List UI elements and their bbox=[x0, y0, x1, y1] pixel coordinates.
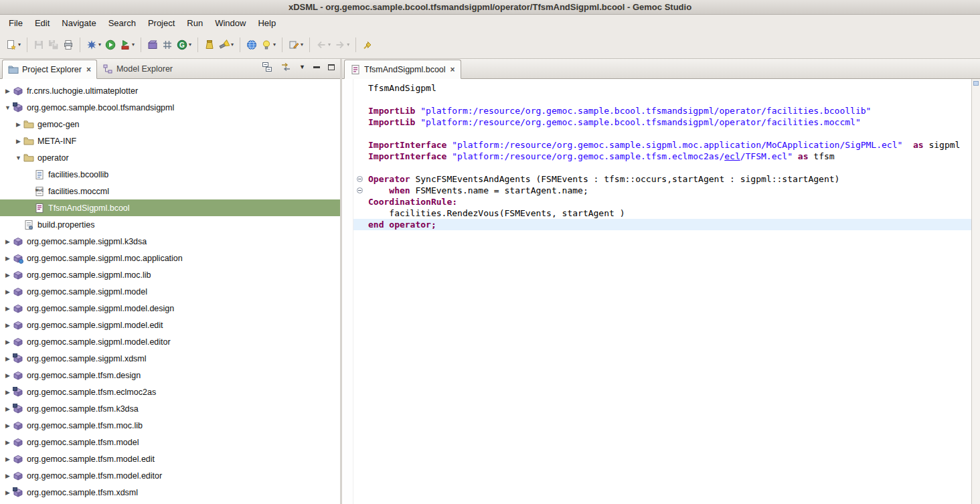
web-browser-button[interactable] bbox=[244, 37, 259, 53]
fold-collapse-icon[interactable] bbox=[353, 185, 365, 196]
tree-item-org.gemoc.sample.tfsm.model.editor[interactable]: ▶org.gemoc.sample.tfsm.model.editor bbox=[0, 467, 340, 484]
annotation-button[interactable]: ▾ bbox=[287, 37, 305, 53]
code-line[interactable]: ImportLib "platform:/resource/org.gemoc.… bbox=[353, 105, 971, 116]
dropdown-arrow-icon[interactable]: ▾ bbox=[132, 41, 135, 48]
run-button[interactable] bbox=[103, 37, 118, 53]
tree-item-org.gemoc.sample.tfsm.design[interactable]: ▶org.gemoc.sample.tfsm.design bbox=[0, 367, 340, 384]
debug-button[interactable]: ▾ bbox=[84, 37, 103, 53]
tree-item-facilities.moccml[interactable]: MoCfacilities.moccml bbox=[0, 183, 340, 199]
overview-ruler[interactable] bbox=[971, 79, 980, 504]
open-type-button[interactable] bbox=[202, 37, 217, 53]
fold-collapse-icon[interactable] bbox=[353, 173, 365, 185]
tree-item-facilities.bcoollib[interactable]: facilities.bcoollib bbox=[0, 166, 340, 183]
menu-file[interactable]: File bbox=[3, 16, 29, 30]
expand-arrow-icon[interactable]: ▶ bbox=[3, 288, 13, 295]
code-line[interactable] bbox=[353, 162, 971, 173]
menu-window[interactable]: Window bbox=[209, 16, 252, 30]
search-button[interactable]: ▾ bbox=[217, 37, 236, 53]
code-line[interactable] bbox=[353, 94, 971, 105]
collapse-arrow-icon[interactable]: ▼ bbox=[13, 155, 23, 161]
expand-arrow-icon[interactable]: ▶ bbox=[13, 138, 23, 145]
expand-arrow-icon[interactable]: ▶ bbox=[3, 489, 13, 496]
expand-arrow-icon[interactable]: ▶ bbox=[3, 473, 13, 479]
new-wizard-button[interactable]: ▾ bbox=[4, 37, 23, 53]
expand-arrow-icon[interactable]: ▶ bbox=[3, 389, 13, 396]
menu-help[interactable]: Help bbox=[252, 16, 282, 30]
dropdown-arrow-icon[interactable]: ▾ bbox=[18, 41, 21, 48]
external-tools-button[interactable]: ▾ bbox=[118, 37, 137, 53]
tree-item-gemoc-gen[interactable]: ▶gemoc-gen bbox=[0, 116, 340, 133]
annotation-ruler[interactable] bbox=[342, 79, 353, 504]
tree-item-org.gemoc.sample.bcool.tfsmandsigpml[interactable]: ▼org.gemoc.sample.bcool.tfsmandsigpml bbox=[0, 99, 340, 116]
dropdown-arrow-icon[interactable]: ▾ bbox=[189, 41, 191, 48]
expand-arrow-icon[interactable]: ▶ bbox=[3, 255, 13, 262]
menu-edit[interactable]: Edit bbox=[29, 16, 56, 30]
new-package-button[interactable] bbox=[160, 37, 175, 53]
code-line[interactable] bbox=[353, 128, 971, 139]
tree-item-org.gemoc.sample.tfsm.model.edit[interactable]: ▶org.gemoc.sample.tfsm.model.edit bbox=[0, 450, 340, 467]
menu-run[interactable]: Run bbox=[181, 16, 209, 30]
print-button[interactable] bbox=[61, 37, 76, 53]
tree-item-org.gemoc.sample.sigpml.k3dsa[interactable]: ▶org.gemoc.sample.sigpml.k3dsa bbox=[0, 233, 340, 250]
code-line[interactable]: end operator; bbox=[353, 219, 971, 230]
expand-arrow-icon[interactable]: ▶ bbox=[3, 88, 13, 94]
tree-item-org.gemoc.sample.sigpml.model.edit[interactable]: ▶org.gemoc.sample.sigpml.model.edit bbox=[0, 317, 340, 333]
dropdown-arrow-icon[interactable]: ▾ bbox=[301, 41, 303, 48]
expand-arrow-icon[interactable]: ▶ bbox=[13, 121, 23, 128]
collapse-all-button[interactable] bbox=[262, 62, 272, 72]
view-menu-button[interactable]: ▼ bbox=[299, 64, 305, 70]
expand-arrow-icon[interactable]: ▶ bbox=[3, 238, 13, 245]
tree-item-TfsmAndSigpml.bcool[interactable]: TfsmAndSigpml.bcool bbox=[0, 199, 340, 216]
tree-item-org.gemoc.sample.tfsm.xdsml[interactable]: ▶org.gemoc.sample.tfsm.xdsml bbox=[0, 484, 340, 501]
dropdown-arrow-icon[interactable]: ▾ bbox=[231, 41, 234, 48]
tree-item-org.gemoc.sample.tfsm.eclmoc2as[interactable]: ▶org.gemoc.sample.tfsm.eclmoc2as bbox=[0, 384, 340, 400]
tree-item-build.properties[interactable]: build.properties bbox=[0, 216, 340, 233]
code-line[interactable]: CoordinationRule: bbox=[353, 196, 971, 207]
menu-navigate[interactable]: Navigate bbox=[56, 16, 102, 30]
expand-arrow-icon[interactable]: ▶ bbox=[3, 272, 13, 278]
expand-arrow-icon[interactable]: ▶ bbox=[3, 456, 13, 463]
tree-item-org.gemoc.sample.sigpml.xdsml[interactable]: ▶org.gemoc.sample.sigpml.xdsml bbox=[0, 350, 340, 367]
last-edit-button[interactable] bbox=[360, 37, 375, 53]
dropdown-arrow-icon[interactable]: ▾ bbox=[98, 41, 101, 48]
tree-item-META-INF[interactable]: ▶META-INF bbox=[0, 133, 340, 149]
expand-arrow-icon[interactable]: ▶ bbox=[3, 439, 13, 446]
expand-arrow-icon[interactable]: ▶ bbox=[3, 322, 13, 329]
tab-editor-tfsmandsigpml[interactable]: TfsmAndSigpml.bcool × bbox=[344, 60, 461, 79]
tree-item-fr.cnrs.luchogie.ultimateplotter[interactable]: ▶fr.cnrs.luchogie.ultimateplotter bbox=[0, 82, 340, 99]
code-line[interactable]: facilities.RendezVous(FSMEvents, startAg… bbox=[353, 207, 971, 219]
dropdown-arrow-icon[interactable]: ▾ bbox=[273, 41, 276, 48]
tab-model-explorer[interactable]: Model Explorer bbox=[97, 59, 178, 78]
menu-project[interactable]: Project bbox=[142, 16, 181, 30]
new-project-button[interactable] bbox=[145, 37, 160, 53]
minimize-button[interactable] bbox=[313, 66, 320, 68]
close-icon[interactable]: × bbox=[86, 65, 91, 74]
expand-arrow-icon[interactable]: ▶ bbox=[3, 406, 13, 412]
gemoc-button[interactable]: G▾ bbox=[175, 37, 193, 53]
open-element-button[interactable]: ▾ bbox=[259, 37, 278, 53]
tab-project-explorer[interactable]: Project Explorer × bbox=[2, 60, 97, 79]
menu-search[interactable]: Search bbox=[102, 16, 142, 30]
close-icon[interactable]: × bbox=[451, 65, 455, 74]
code-editor[interactable]: TfsmAndSigpml ImportLib "platform:/resou… bbox=[353, 79, 971, 504]
code-line[interactable]: ImportLib "platform:/resource/org.gemoc.… bbox=[353, 116, 971, 128]
expand-arrow-icon[interactable]: ▶ bbox=[3, 305, 13, 312]
expand-arrow-icon[interactable]: ▶ bbox=[3, 422, 13, 429]
tree-item-org.gemoc.sample.tfsm.moc.lib[interactable]: ▶org.gemoc.sample.tfsm.moc.lib bbox=[0, 417, 340, 434]
tree-item-org.gemoc.sample.sigpml.moc.application[interactable]: ▶org.gemoc.sample.sigpml.moc.application bbox=[0, 250, 340, 266]
tree-item-org.gemoc.sample.tfsm.k3dsa[interactable]: ▶org.gemoc.sample.tfsm.k3dsa bbox=[0, 400, 340, 417]
code-line[interactable]: ImportInterface "platform:/resource/org.… bbox=[353, 151, 971, 162]
maximize-button[interactable] bbox=[328, 64, 335, 70]
tree-item-org.gemoc.sample.sigpml.model.design[interactable]: ▶org.gemoc.sample.sigpml.model.design bbox=[0, 300, 340, 317]
tree-item-org.gemoc.sample.sigpml.model.editor[interactable]: ▶org.gemoc.sample.sigpml.model.editor bbox=[0, 333, 340, 350]
tree-item-org.gemoc.sample.sigpml.moc.lib[interactable]: ▶org.gemoc.sample.sigpml.moc.lib bbox=[0, 266, 340, 283]
link-with-editor-button[interactable] bbox=[280, 62, 291, 72]
tree-item-org.gemoc.sample.tfsm.model[interactable]: ▶org.gemoc.sample.tfsm.model bbox=[0, 434, 340, 450]
expand-arrow-icon[interactable]: ▶ bbox=[3, 372, 13, 379]
code-line[interactable]: Operator SyncFSMEventsAndAgents (FSMEven… bbox=[353, 173, 971, 185]
code-line[interactable]: ImportInterface "platform:/resource/org.… bbox=[353, 139, 971, 151]
code-line[interactable]: TfsmAndSigpml bbox=[353, 82, 971, 94]
collapse-arrow-icon[interactable]: ▼ bbox=[3, 104, 13, 111]
tree-item-org.gemoc.sample.sigpml.model[interactable]: ▶org.gemoc.sample.sigpml.model bbox=[0, 283, 340, 300]
expand-arrow-icon[interactable]: ▶ bbox=[3, 355, 13, 362]
